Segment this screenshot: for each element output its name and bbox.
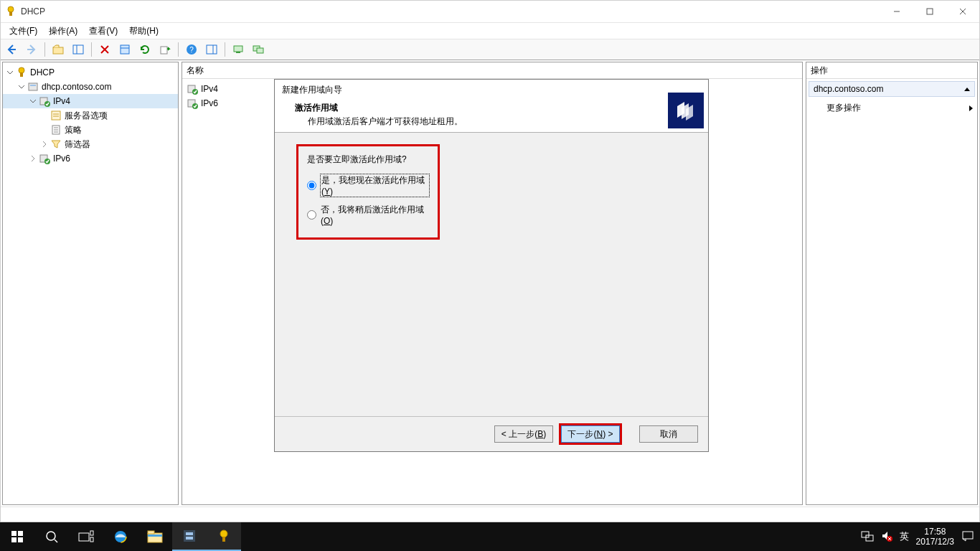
svg-rect-61: [222, 537, 225, 542]
refresh-button[interactable]: [136, 40, 154, 59]
txt: ): [543, 429, 546, 439]
svg-rect-20: [234, 46, 242, 52]
help-button[interactable]: ?: [182, 40, 201, 59]
svg-rect-3: [927, 9, 933, 14]
tree-node-filters[interactable]: 筛选器: [3, 137, 178, 151]
svg-rect-51: [90, 537, 93, 542]
svg-rect-30: [52, 111, 60, 120]
taskbar-server-manager[interactable]: [172, 522, 207, 551]
taskbar-search[interactable]: [34, 522, 69, 551]
export-button[interactable]: [156, 40, 174, 59]
expander-spacer: [39, 124, 50, 136]
action-pane-button[interactable]: [202, 40, 221, 59]
content-area: DHCP dhcp.contoso.com: [1, 60, 979, 507]
svg-text:?: ?: [189, 46, 194, 54]
list-item-label: IPv4: [201, 84, 218, 94]
tray-clock[interactable]: 17:58 2017/12/3: [916, 527, 954, 547]
wizard-footer: < 上一步(B) 下一步(N) > 取消: [275, 416, 708, 451]
chevron-down-icon: [27, 95, 39, 107]
tree-node-server-options[interactable]: 服务器选项: [3, 108, 178, 123]
actions-group-server[interactable]: dhcp.contoso.com: [809, 81, 975, 97]
tree-node-ipv4[interactable]: IPv4: [3, 94, 178, 108]
svg-rect-55: [148, 531, 154, 534]
txt: O: [324, 216, 330, 226]
delete-button[interactable]: [95, 40, 114, 59]
tree-node-server[interactable]: dhcp.contoso.com: [3, 80, 178, 94]
new-scope-wizard: 新建作用域向导 激活作用域 作用域激活后客户端才可获得地址租用。: [274, 79, 709, 452]
window-title: DHCP: [21, 6, 45, 17]
ipv6-icon: [187, 98, 198, 109]
dhcp-root-icon: [16, 67, 27, 78]
minimize-button[interactable]: [880, 1, 913, 22]
next-button-highlight: 下一步(N) >: [559, 423, 622, 445]
txt: 否，我将稍后激活此作用域(: [321, 204, 424, 226]
list-column-name[interactable]: 名称: [182, 62, 802, 79]
radio-input-no[interactable]: [307, 210, 316, 220]
nav-forward-button[interactable]: [22, 40, 41, 59]
svg-rect-62: [862, 532, 869, 537]
manage-server-button[interactable]: [229, 40, 248, 59]
txt: 下一步(: [567, 428, 596, 441]
actions-more-label: 更多操作: [826, 102, 861, 114]
ipv4-icon: [39, 95, 50, 107]
start-button[interactable]: [0, 522, 34, 551]
svg-rect-44: [18, 531, 23, 536]
filters-icon: [50, 138, 62, 150]
taskview-button[interactable]: [69, 522, 103, 551]
up-level-button[interactable]: [49, 40, 67, 59]
chevron-right-icon: [969, 105, 973, 111]
svg-rect-46: [18, 537, 23, 542]
svg-rect-13: [121, 45, 129, 54]
svg-rect-15: [161, 47, 167, 54]
taskbar-ie[interactable]: [103, 522, 138, 551]
tree-pane: DHCP dhcp.contoso.com: [2, 62, 179, 505]
tray-ime[interactable]: 英: [900, 530, 909, 543]
radio-activate-no[interactable]: 否，我将稍后激活此作用域(O): [307, 204, 429, 226]
menu-action[interactable]: 操作(A): [43, 24, 83, 39]
tray-network-icon[interactable]: [861, 530, 874, 544]
taskbar-explorer[interactable]: [138, 522, 172, 551]
taskbar: 英 17:58 2017/12/3: [0, 522, 980, 551]
txt: ): [330, 216, 333, 226]
svg-line-48: [55, 540, 57, 542]
svg-rect-54: [148, 533, 162, 542]
wizard-next-button[interactable]: 下一步(N) >: [561, 425, 620, 443]
actions-more[interactable]: 更多操作: [811, 99, 973, 117]
radio-activate-yes[interactable]: 是，我想现在激活此作用域(Y): [307, 174, 429, 197]
svg-rect-9: [73, 45, 83, 54]
wizard-back-button[interactable]: < 上一步(B): [494, 425, 553, 443]
dhcp-mmc-window: DHCP 文件(F) 操作(A) 查看(V) 帮助(H): [0, 0, 980, 522]
properties-button[interactable]: [116, 40, 134, 59]
svg-point-0: [8, 6, 14, 12]
menu-file[interactable]: 文件(F): [4, 24, 43, 39]
svg-rect-59: [186, 537, 193, 540]
activation-option-group: 是否要立即激活此作用域? 是，我想现在激活此作用域(Y) 否，我将稍后激活此作用…: [296, 144, 440, 240]
tray-volume-icon[interactable]: [881, 530, 892, 544]
nav-back-button[interactable]: [2, 40, 21, 59]
radio-label-no: 否，我将稍后激活此作用域(O): [321, 204, 429, 226]
show-hide-tree-button[interactable]: [69, 40, 88, 59]
wizard-body: 是否要立即激活此作用域? 是，我想现在激活此作用域(Y) 否，我将稍后激活此作用…: [275, 133, 708, 416]
menubar: 文件(F) 操作(A) 查看(V) 帮助(H): [1, 23, 979, 39]
tree-node-ipv6[interactable]: IPv6: [3, 151, 178, 166]
tree-label: 筛选器: [62, 138, 90, 151]
svg-rect-8: [53, 47, 63, 54]
maximize-button[interactable]: [913, 1, 946, 22]
window-statusbar: [1, 507, 979, 522]
radio-input-yes[interactable]: [307, 181, 316, 190]
svg-rect-1: [9, 11, 12, 16]
wizard-cancel-button[interactable]: 取消: [639, 425, 698, 443]
tree-node-policies[interactable]: 策略: [3, 123, 178, 137]
close-button[interactable]: [946, 1, 979, 22]
txt: ): [330, 187, 333, 197]
list-item-label: IPv6: [201, 98, 218, 108]
menu-view[interactable]: 查看(V): [83, 24, 123, 39]
tray-notifications-icon[interactable]: [961, 529, 974, 545]
add-server-button[interactable]: [249, 40, 268, 59]
taskbar-dhcp[interactable]: [207, 522, 241, 551]
tree-node-dhcp-root[interactable]: DHCP: [3, 65, 178, 80]
svg-point-47: [47, 532, 55, 540]
window-controls: [880, 1, 979, 22]
menu-help[interactable]: 帮助(H): [123, 24, 164, 39]
wizard-section-title: 激活作用域: [282, 102, 701, 114]
